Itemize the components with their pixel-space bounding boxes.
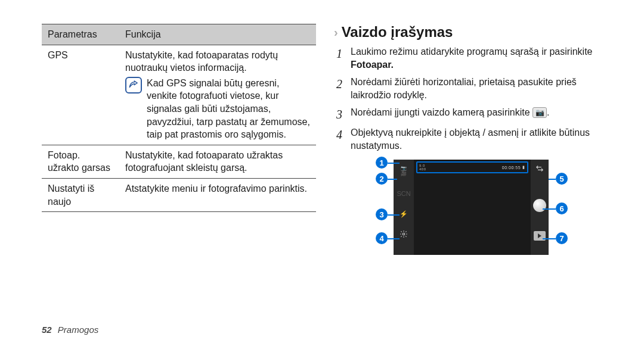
chevron-icon: ›	[334, 26, 338, 39]
cell-param: Fotoap. užrakto garsas	[42, 145, 119, 178]
shutter-button	[533, 199, 546, 212]
func-text: Nustatykite, kad fotoaparatas rodytų nuo…	[125, 49, 310, 74]
camera-diagram: 📷🎥 SCN ⚡ 9.0400 00:00:55 ▮	[346, 160, 596, 267]
callout-6: 6	[556, 202, 568, 214]
page-number: 52	[42, 325, 52, 335]
mode-switch-icon: 📷🎥	[398, 163, 409, 179]
step-number: 2	[334, 76, 345, 102]
callout-7: 7	[556, 232, 568, 244]
step-text: Norėdami žiūrėti horizontaliai, prietais…	[351, 76, 608, 102]
table-row: Nustatyti iš naujo Atstatykite meniu ir …	[42, 178, 316, 211]
callout-3: 3	[376, 208, 388, 220]
hud-left: 9.0400	[419, 164, 426, 171]
callout-5: 5	[556, 173, 568, 185]
cell-func: Atstatykite meniu ir fotografavimo parin…	[119, 178, 316, 211]
step-number: 4	[334, 126, 345, 153]
camera-screen: 📷🎥 SCN ⚡ 9.0400 00:00:55 ▮	[394, 160, 549, 255]
step-item: 4 Objektyvą nukreipkite į objektą / asme…	[334, 126, 608, 153]
header-param: Parametras	[42, 24, 119, 45]
step-item: 3 Norėdami įjungti vaizdo kamerą pasirin…	[334, 106, 608, 123]
note-box: Kad GPS signalai būtų geresni, venkite f…	[125, 77, 310, 141]
flash-icon: ⚡	[398, 208, 409, 219]
camera-icon: 📷	[532, 107, 547, 118]
step-text: Objektyvą nukreipkite į objektą / asmenį…	[351, 126, 608, 153]
step-item: 2 Norėdami žiūrėti horizontaliai, prieta…	[334, 76, 608, 102]
callout-1: 1	[376, 157, 388, 169]
section-name: Pramogos	[58, 325, 98, 335]
heading-text: Vaizdo įrašymas	[342, 24, 453, 40]
table-row: Fotoap. užrakto garsas Nustatykite, kad …	[42, 145, 316, 178]
step-text: Norėdami įjungti vaizdo kamerą pasirinki…	[351, 106, 608, 123]
scn-label: SCN	[398, 188, 409, 199]
swap-icon	[534, 163, 545, 174]
callout-2: 2	[376, 173, 388, 185]
note-text: Kad GPS signalai būtų geresni, venkite f…	[147, 77, 310, 141]
step-number: 1	[334, 45, 345, 72]
cell-param: GPS	[42, 45, 119, 145]
step-number: 3	[334, 106, 345, 123]
note-icon	[125, 77, 142, 94]
step-text: Laukimo režimu atidarykite programų sąra…	[351, 45, 608, 72]
cell-func: Nustatykite, kad fotoaparato užraktas fo…	[119, 145, 316, 178]
cell-func: Nustatykite, kad fotoaparatas rodytų nuo…	[119, 45, 316, 145]
page-footer: 52 Pramogos	[42, 325, 98, 335]
section-heading: › Vaizdo įrašymas	[334, 24, 608, 40]
table-row: GPS Nustatykite, kad fotoaparatas rodytų…	[42, 45, 316, 145]
header-func: Funkcija	[119, 24, 316, 45]
svg-point-0	[402, 233, 405, 236]
hud-time: 00:00:55	[502, 166, 521, 170]
hud-bar: 9.0400 00:00:55 ▮	[416, 161, 528, 173]
settings-table: Parametras Funkcija GPS Nustatykite, kad…	[42, 24, 316, 212]
cell-param: Nustatyti iš naujo	[42, 178, 119, 211]
callout-4: 4	[376, 232, 388, 244]
step-item: 1 Laukimo režimu atidarykite programų są…	[334, 45, 608, 72]
battery-icon: ▮	[522, 165, 525, 170]
gear-icon	[398, 229, 409, 239]
